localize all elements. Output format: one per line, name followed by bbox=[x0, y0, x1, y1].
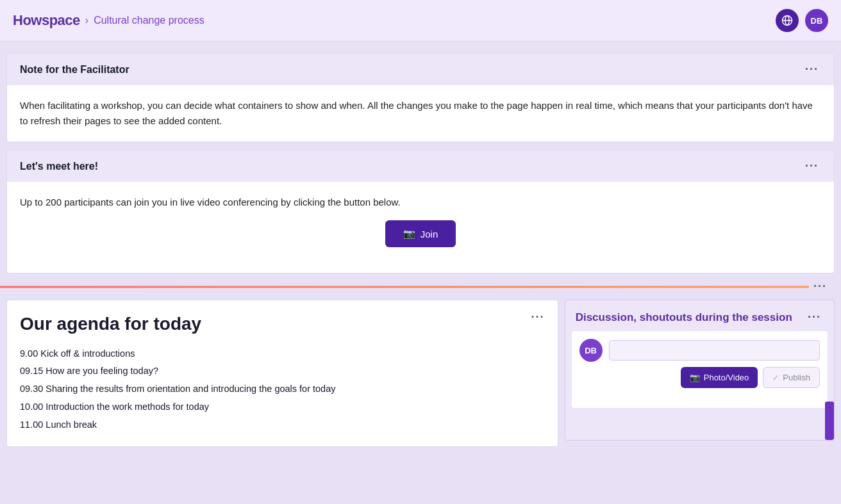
note-card-more-button[interactable]: ··· bbox=[803, 63, 821, 76]
breadcrumb-title: Cultural change process bbox=[94, 15, 204, 26]
agenda-card-title: Our agenda for today bbox=[20, 313, 545, 335]
discussion-card-header: Discussion, shoutouts during the session… bbox=[565, 300, 834, 331]
list-item: 10.00 Introduction the work methods for … bbox=[20, 398, 545, 416]
meet-card-header: Let's meet here! ··· bbox=[7, 150, 834, 182]
meet-card-body: Up to 200 participants can join you in l… bbox=[7, 182, 834, 273]
header-actions: DB bbox=[776, 9, 828, 32]
globe-icon-button[interactable] bbox=[776, 9, 799, 32]
list-item: 09.30 Sharing the results from orientati… bbox=[20, 380, 545, 398]
discussion-avatar: DB bbox=[579, 339, 603, 362]
agenda-card: ··· Our agenda for today 9.00 Kick off &… bbox=[6, 300, 558, 447]
main-content: Note for the Facilitator ··· When facili… bbox=[0, 42, 841, 459]
join-button[interactable]: 📷 Join bbox=[385, 220, 456, 247]
note-card: Note for the Facilitator ··· When facili… bbox=[6, 53, 835, 142]
discussion-card-title: Discussion, shoutouts during the session bbox=[576, 311, 805, 325]
divider-line bbox=[0, 286, 809, 288]
section-divider: ··· bbox=[0, 277, 841, 296]
scroll-indicator[interactable] bbox=[825, 402, 834, 440]
globe-icon bbox=[781, 15, 793, 26]
agenda-card-more-button[interactable]: ··· bbox=[529, 311, 547, 324]
camera-icon: 📷 bbox=[403, 228, 415, 240]
checkmark-icon: ✓ bbox=[772, 373, 779, 382]
list-item: 09.15 How are you feeling today? bbox=[20, 362, 545, 380]
meet-card-more-button[interactable]: ··· bbox=[803, 159, 821, 173]
camera-icon: 📷 bbox=[690, 373, 700, 382]
divider-more-button[interactable]: ··· bbox=[811, 280, 829, 293]
agenda-items-list: 9.00 Kick off & introductions 09.15 How … bbox=[20, 345, 545, 434]
discussion-text-input[interactable] bbox=[609, 340, 820, 361]
publish-button[interactable]: ✓ Publish bbox=[763, 367, 820, 388]
user-avatar[interactable]: DB bbox=[805, 9, 828, 32]
discussion-card: Discussion, shoutouts during the session… bbox=[565, 300, 835, 441]
photo-video-button[interactable]: 📷 Photo/Video bbox=[681, 367, 758, 388]
discussion-card-more-button[interactable]: ··· bbox=[805, 311, 824, 324]
note-card-body: When facilitating a workshop, you can de… bbox=[7, 85, 834, 142]
note-card-header: Note for the Facilitator ··· bbox=[7, 54, 834, 85]
list-item: 11.00 Lunch break bbox=[20, 416, 545, 434]
discussion-actions: 📷 Photo/Video ✓ Publish bbox=[579, 367, 820, 388]
header: Howspace › Cultural change process DB bbox=[0, 0, 841, 42]
meet-card: Let's meet here! ··· Up to 200 participa… bbox=[6, 150, 835, 273]
join-button-wrap: 📷 Join bbox=[20, 210, 821, 260]
discussion-input-row: DB bbox=[579, 339, 820, 362]
logo: Howspace bbox=[13, 12, 80, 29]
bottom-area: ··· Our agenda for today 9.00 Kick off &… bbox=[6, 300, 835, 447]
note-card-title: Note for the Facilitator bbox=[20, 64, 129, 76]
meet-card-title: Let's meet here! bbox=[20, 161, 98, 172]
discussion-card-body: DB 📷 Photo/Video ✓ Publish bbox=[572, 331, 828, 408]
list-item: 9.00 Kick off & introductions bbox=[20, 345, 545, 363]
breadcrumb-separator: › bbox=[85, 15, 88, 26]
